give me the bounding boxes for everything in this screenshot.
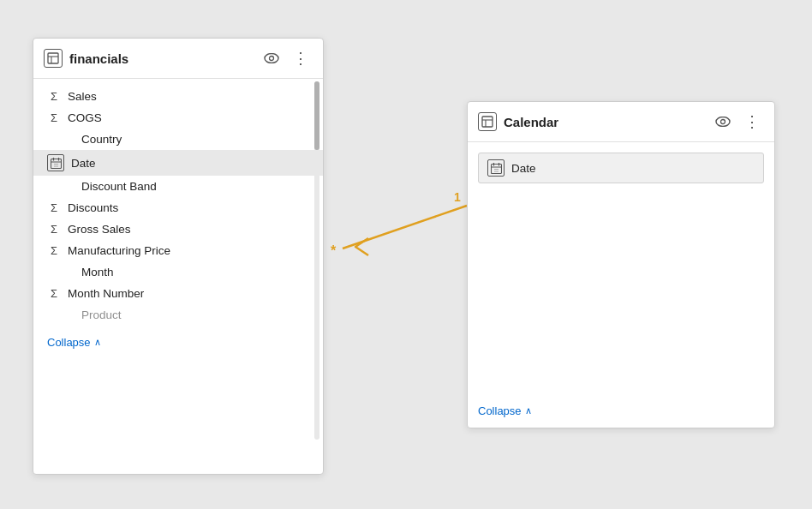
financials-collapse-label: Collapse [47, 336, 91, 349]
field-label-sales: Sales [68, 90, 97, 103]
field-label-month-number: Month Number [68, 287, 144, 300]
financials-header-actions: ⋮ [260, 47, 313, 69]
calendar-panel-body: Date [468, 142, 774, 190]
financials-panel-body: Σ Sales Σ COGS Country [33, 79, 323, 329]
financials-scrollbar-track[interactable] [314, 81, 319, 440]
field-label-product: Product [81, 308, 122, 321]
cardinality-one: 1 [454, 190, 461, 204]
financials-table-icon [44, 49, 63, 68]
field-row-date[interactable]: Date [33, 150, 323, 176]
sigma-icon-cogs: Σ [47, 111, 61, 124]
svg-rect-11 [482, 117, 493, 127]
field-row-discount-band[interactable]: Discount Band [33, 176, 323, 197]
calendar-panel: Calendar ⋮ [467, 101, 775, 428]
field-row-discounts[interactable]: Σ Discounts [33, 197, 323, 219]
financials-more-button[interactable]: ⋮ [290, 47, 313, 69]
field-row-country[interactable]: Country [33, 129, 323, 150]
field-label-discounts: Discounts [68, 201, 118, 214]
field-label-gross-sales: Gross Sales [68, 223, 131, 236]
svg-point-14 [716, 117, 730, 127]
svg-point-4 [270, 57, 274, 61]
field-label-cogs: COGS [68, 111, 102, 124]
calendar-panel-spacer [468, 190, 774, 422]
field-row-month[interactable]: Month [33, 261, 323, 283]
field-row-manufacturing-price[interactable]: Σ Manufacturing Price [33, 240, 323, 261]
financials-scrollbar-thumb[interactable] [314, 81, 319, 150]
field-label-month: Month [81, 266, 114, 278]
calendar-title: Calendar [504, 115, 705, 129]
sigma-icon-sales: Σ [47, 90, 61, 103]
calendar-header-actions: ⋮ [712, 111, 764, 133]
financials-panel: financials ⋮ Σ Sales [33, 38, 324, 475]
calendar-collapse-icon: ∧ [525, 405, 532, 416]
calendar-collapse-label: Collapse [478, 404, 522, 417]
calendar-date-icon [487, 159, 505, 177]
svg-rect-16 [491, 164, 501, 173]
field-label-manufacturing-price: Manufacturing Price [68, 244, 170, 257]
svg-point-3 [265, 54, 278, 63]
financials-eye-button[interactable] [260, 51, 283, 65]
svg-rect-0 [48, 53, 58, 63]
financials-panel-header: financials ⋮ [33, 39, 323, 79]
calendar-more-button[interactable]: ⋮ [741, 111, 764, 133]
sigma-icon-manufacturing-price: Σ [47, 244, 61, 257]
calendar-date-label: Date [511, 162, 536, 175]
calendar-table-icon [478, 112, 497, 131]
calendar-collapse-button[interactable]: Collapse ∧ [468, 398, 542, 428]
field-row-month-number[interactable]: Σ Month Number [33, 283, 323, 304]
field-label-date: Date [71, 157, 96, 170]
relationship-arrow [355, 238, 368, 255]
field-row-gross-sales[interactable]: Σ Gross Sales [33, 219, 323, 240]
financials-title: financials [69, 51, 254, 66]
field-row-cogs[interactable]: Σ COGS [33, 107, 323, 129]
sigma-icon-month-number: Σ [47, 287, 61, 300]
financials-collapse-icon: ∧ [94, 337, 101, 348]
relationship-line [343, 206, 467, 249]
svg-point-15 [721, 120, 725, 124]
sigma-icon-discounts: Σ [47, 201, 61, 214]
field-label-country: Country [81, 133, 122, 146]
cardinality-many: * [331, 243, 337, 258]
calendar-icon-date [47, 154, 64, 171]
financials-collapse-button[interactable]: Collapse ∧ [33, 329, 115, 357]
field-row-product[interactable]: Product [33, 304, 323, 326]
calendar-panel-header: Calendar ⋮ [468, 102, 774, 142]
canvas: financials ⋮ Σ Sales [0, 0, 812, 509]
field-label-discount-band: Discount Band [81, 180, 157, 193]
calendar-date-field-row[interactable]: Date [478, 153, 764, 183]
calendar-eye-button[interactable] [712, 115, 734, 129]
sigma-icon-gross-sales: Σ [47, 223, 61, 236]
field-row-sales[interactable]: Σ Sales [33, 86, 323, 107]
svg-rect-5 [51, 159, 61, 168]
